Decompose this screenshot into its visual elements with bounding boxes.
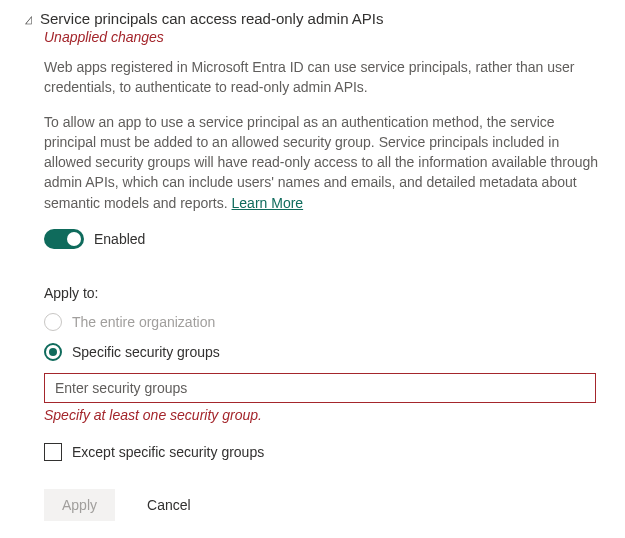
radio-entire-org-label: The entire organization <box>72 314 215 330</box>
validation-error: Specify at least one security group. <box>44 407 601 423</box>
except-checkbox-label: Except specific security groups <box>72 444 264 460</box>
radio-entire-org-row: The entire organization <box>44 313 601 331</box>
except-checkbox-row: Except specific security groups <box>44 443 601 461</box>
cancel-button[interactable]: Cancel <box>143 489 195 521</box>
radio-entire-org[interactable] <box>44 313 62 331</box>
button-row: Apply Cancel <box>44 489 601 521</box>
description-paragraph-1: Web apps registered in Microsoft Entra I… <box>44 57 601 98</box>
radio-dot-icon <box>49 348 57 356</box>
radio-specific-groups-label: Specific security groups <box>72 344 220 360</box>
unapplied-changes-label: Unapplied changes <box>44 29 601 45</box>
enabled-toggle-label: Enabled <box>94 231 145 247</box>
except-checkbox[interactable] <box>44 443 62 461</box>
enabled-toggle[interactable] <box>44 229 84 249</box>
learn-more-link[interactable]: Learn More <box>232 195 304 211</box>
enabled-toggle-row: Enabled <box>44 229 601 249</box>
security-groups-input[interactable]: Enter security groups <box>44 373 596 403</box>
setting-header: ◿ Service principals can access read-onl… <box>24 10 601 27</box>
radio-specific-groups-row: Specific security groups <box>44 343 601 361</box>
setting-title: Service principals can access read-only … <box>40 10 384 27</box>
description-paragraph-2: To allow an app to use a service princip… <box>44 112 601 213</box>
apply-to-label: Apply to: <box>44 285 601 301</box>
security-groups-placeholder: Enter security groups <box>55 380 187 396</box>
description-text: To allow an app to use a service princip… <box>44 114 598 211</box>
collapse-icon[interactable]: ◿ <box>25 13 31 26</box>
toggle-knob <box>67 232 81 246</box>
radio-specific-groups[interactable] <box>44 343 62 361</box>
apply-button[interactable]: Apply <box>44 489 115 521</box>
